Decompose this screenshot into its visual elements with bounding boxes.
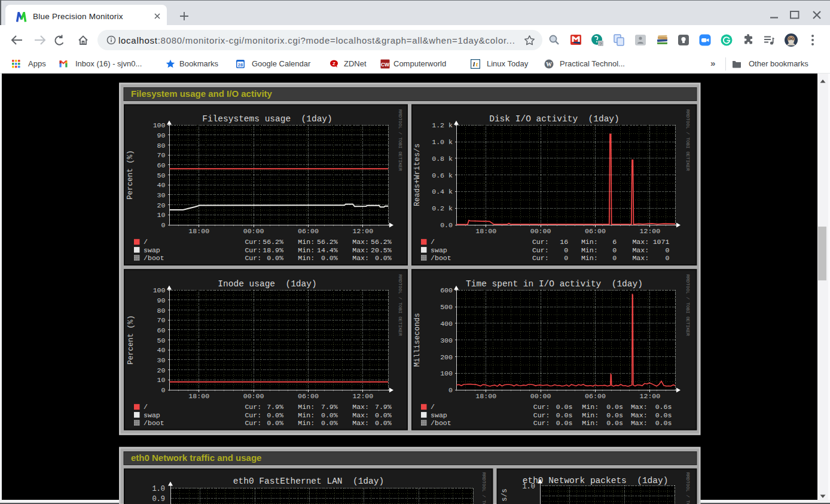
svg-text:Min:: Min: [298, 238, 315, 246]
svg-text:400: 400 [440, 320, 453, 328]
svg-text:80: 80 [157, 142, 166, 149]
svg-text:0.6 k: 0.6 k [432, 172, 453, 179]
svg-text:50: 50 [157, 172, 166, 179]
svg-text:0.0%: 0.0% [267, 254, 283, 262]
svg-text:50: 50 [157, 337, 166, 344]
svg-text:RRDTOOL / TOBI OETIKER: RRDTOOL / TOBI OETIKER [685, 109, 690, 171]
svg-text:0.4 k: 0.4 k [432, 188, 453, 196]
svg-text:0.0%: 0.0% [375, 419, 392, 427]
svg-text:0.0s: 0.0s [556, 411, 573, 419]
svg-text:0.8 k: 0.8 k [432, 155, 453, 163]
svg-text:Milliseconds: Milliseconds [414, 313, 422, 367]
svg-text:Disk I/O activity (1day): Disk I/O activity (1day) [489, 114, 620, 124]
svg-text:7.9%: 7.9% [267, 403, 283, 411]
svg-text:Max:: Max: [631, 419, 648, 427]
svg-text:00:00: 00:00 [243, 227, 264, 235]
svg-text:Min:: Min: [582, 403, 599, 411]
svg-text:300: 300 [440, 337, 453, 344]
svg-text:Cur:: Cur: [245, 419, 261, 427]
svg-text:28: 28 [238, 62, 243, 68]
svg-text:RRDTOOL / TOBI OETIKER: RRDTOOL / TOBI OETIKER [398, 274, 402, 336]
svg-text:0.0%: 0.0% [267, 411, 283, 419]
svg-text:Min:: Min: [581, 246, 598, 254]
svg-text:Max:: Max: [352, 246, 369, 254]
svg-text:Cur:: Cur: [532, 254, 549, 262]
svg-text:RRDTOOL / TOBI OETIKER: RRDTOOL / TOBI OETIKER [685, 472, 690, 504]
svg-text:Max:: Max: [632, 246, 649, 254]
svg-text:06:00: 06:00 [298, 392, 319, 400]
svg-text:Max:: Max: [352, 254, 369, 262]
svg-text:14.4%: 14.4% [317, 246, 338, 254]
svg-text:200: 200 [440, 353, 453, 361]
svg-text:7.9%: 7.9% [321, 403, 338, 411]
svg-text:16: 16 [560, 238, 568, 246]
svg-text:/: / [431, 238, 435, 246]
svg-text:10: 10 [157, 211, 166, 219]
svg-text:eth0 Network packets (1day): eth0 Network packets (1day) [523, 476, 669, 485]
svg-text:0.0s: 0.0s [655, 411, 672, 419]
svg-text:0.0s: 0.0s [606, 411, 623, 419]
svg-text:Min:: Min: [582, 419, 599, 427]
svg-text:600: 600 [440, 286, 453, 294]
svg-text:06:00: 06:00 [585, 392, 606, 400]
svg-text:Inode usage (1day): Inode usage (1day) [218, 279, 316, 289]
svg-text:/boot: /boot [144, 254, 164, 262]
svg-text:Max:: Max: [352, 403, 369, 411]
svg-text:0.0%: 0.0% [267, 419, 283, 427]
svg-text:0: 0 [564, 254, 568, 262]
svg-text:Z: Z [332, 61, 335, 66]
svg-text:0: 0 [666, 254, 670, 262]
svg-text:30: 30 [157, 356, 166, 364]
svg-text:20: 20 [157, 366, 166, 374]
svg-text:12:00: 12:00 [353, 392, 374, 400]
svg-text:10: 10 [157, 376, 166, 384]
svg-text:06:00: 06:00 [585, 227, 606, 235]
svg-text:500: 500 [440, 303, 453, 311]
svg-text:RRDTOOL / TOBI OETIKER: RRDTOOL / TOBI OETIKER [398, 109, 402, 171]
svg-text:0.0s: 0.0s [556, 403, 573, 411]
svg-text:Cur:: Cur: [245, 411, 261, 419]
svg-text:Max:: Max: [631, 411, 648, 419]
svg-text:swap: swap [431, 411, 447, 419]
svg-text:0: 0 [612, 246, 617, 254]
svg-text:1071: 1071 [653, 238, 670, 246]
svg-text:Cur:: Cur: [533, 411, 550, 419]
svg-text:Min:: Min: [582, 411, 599, 419]
svg-text:Min:: Min: [298, 419, 315, 427]
svg-text:18.9%: 18.9% [263, 246, 283, 254]
svg-text:Min:: Min: [298, 403, 315, 411]
svg-text:Min:: Min: [298, 411, 315, 419]
svg-text:/boot: /boot [144, 419, 164, 427]
svg-text:0.0%: 0.0% [321, 419, 338, 427]
svg-text:Max:: Max: [352, 238, 369, 246]
svg-text:1.2 k: 1.2 k [432, 121, 453, 129]
svg-text:1.0: 1.0 [152, 485, 165, 493]
svg-text:s/s: s/s [501, 488, 509, 502]
svg-text:Percent (%): Percent (%) [127, 150, 135, 200]
svg-text:eth0 FastEthernet LAN (1day): eth0 FastEthernet LAN (1day) [233, 476, 384, 486]
svg-text:100: 100 [153, 286, 166, 294]
svg-text:18:00: 18:00 [475, 392, 496, 400]
svg-text:Reads+Writes/s: Reads+Writes/s [414, 143, 422, 206]
svg-text:W: W [546, 61, 552, 68]
svg-text:30: 30 [157, 191, 166, 199]
svg-text:swap: swap [144, 246, 160, 254]
svg-text:Cur:: Cur: [533, 403, 550, 411]
svg-text:18:00: 18:00 [188, 227, 209, 235]
svg-text:18:00: 18:00 [475, 227, 496, 235]
svg-text:1.0 k: 1.0 k [432, 138, 453, 146]
svg-text:12:00: 12:00 [640, 392, 661, 400]
svg-text:0: 0 [564, 246, 568, 254]
svg-text:0.0%: 0.0% [321, 254, 338, 262]
svg-text:Max:: Max: [632, 238, 649, 246]
svg-text:12:00: 12:00 [353, 227, 374, 235]
svg-text:Min:: Min: [298, 254, 315, 262]
svg-text:60: 60 [157, 161, 166, 169]
svg-text:Max:: Max: [632, 254, 649, 262]
svg-text:06:00: 06:00 [298, 227, 319, 235]
svg-text:0.0%: 0.0% [321, 411, 338, 419]
svg-text:40: 40 [157, 346, 166, 354]
svg-text:20: 20 [157, 201, 166, 209]
svg-text:0.6s: 0.6s [655, 403, 672, 411]
svg-text:6: 6 [612, 238, 617, 246]
